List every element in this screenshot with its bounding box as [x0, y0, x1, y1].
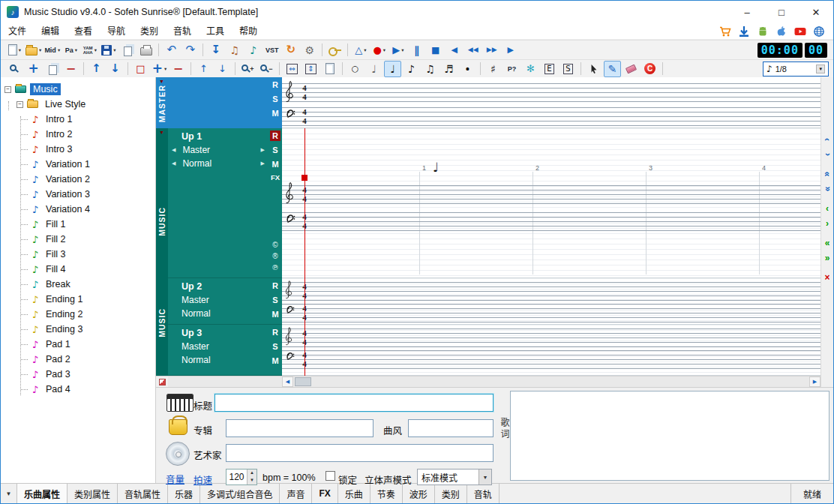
- tree-item-variation-1[interactable]: ♪Variation 1: [1, 157, 155, 172]
- tempo-spinner[interactable]: 120 ▲ ▼: [226, 469, 257, 485]
- rewind-button[interactable]: ◀◀: [464, 42, 482, 58]
- duration-beamed-button[interactable]: ♫: [422, 61, 439, 77]
- tab-category[interactable]: 类别: [435, 484, 467, 503]
- next-source-icon[interactable]: ▶: [261, 144, 265, 156]
- transpose-button[interactable]: △▾: [352, 42, 369, 58]
- tree-root-label[interactable]: Music: [30, 83, 61, 95]
- open-button[interactable]: ▾: [25, 42, 42, 58]
- dropdown-arrow-icon[interactable]: ▼: [478, 470, 491, 484]
- menu-help[interactable]: 帮助: [232, 23, 265, 40]
- scroll-down-button[interactable]: ‹: [822, 148, 833, 160]
- collapse-master-icon[interactable]: ▼: [159, 79, 164, 84]
- record-button[interactable]: R: [270, 280, 280, 291]
- tree-group-label[interactable]: Live Style: [42, 98, 88, 110]
- tree-item-fill-1[interactable]: ♪Fill 1: [1, 217, 155, 232]
- remove-category-button[interactable]: −: [170, 61, 187, 77]
- next-section-button[interactable]: ›: [822, 217, 833, 230]
- stereo-mode-select[interactable]: 标准模式 ▼: [417, 469, 492, 485]
- prev-item-button[interactable]: ↑: [195, 61, 212, 77]
- tempo-link[interactable]: 拍速: [194, 472, 212, 487]
- master-staff[interactable]: 44 44: [282, 77, 820, 128]
- duration-half-button[interactable]: ♩: [365, 61, 382, 77]
- quantize-button[interactable]: P?: [503, 61, 520, 77]
- source-selector[interactable]: ◀ Master ▶: [168, 144, 268, 156]
- scroll-left-button[interactable]: ◀: [282, 376, 293, 387]
- first-section-button[interactable]: «: [822, 236, 833, 249]
- duration-whole-button[interactable]: ○: [346, 61, 364, 77]
- master-record-button[interactable]: R: [270, 80, 280, 90]
- store-cart-icon[interactable]: [718, 25, 732, 38]
- genre-input[interactable]: [408, 419, 494, 437]
- mute-button[interactable]: M: [270, 309, 280, 320]
- solo-button[interactable]: S: [270, 295, 280, 305]
- step-forward-button[interactable]: ▶: [502, 42, 519, 58]
- tree-item-ending-1[interactable]: ♪Ending 1: [1, 292, 155, 307]
- download-icon[interactable]: [737, 25, 751, 38]
- fx-button[interactable]: FX: [271, 173, 280, 182]
- tab-track-props[interactable]: 音轨属性: [118, 484, 168, 503]
- menu-navigation[interactable]: 导航: [100, 23, 133, 40]
- instruments-button[interactable]: ♫: [226, 42, 243, 58]
- track-staff-up-1[interactable]: 1234 44 44 ♩: [282, 128, 820, 278]
- tree-item-ending-3[interactable]: ♪Ending 3: [1, 322, 155, 337]
- menu-view[interactable]: 查看: [67, 23, 100, 40]
- move-down-button[interactable]: ↓: [106, 61, 124, 77]
- duration-sixteenth-button[interactable]: ♬: [440, 61, 458, 77]
- track-staff-up-2[interactable]: 44 44: [282, 278, 820, 325]
- tree-item-fill-2[interactable]: ♪Fill 2: [1, 232, 155, 247]
- splitter-button[interactable]: [156, 376, 168, 387]
- apple-icon[interactable]: [775, 25, 788, 38]
- print-button[interactable]: [137, 42, 154, 58]
- maximize-button[interactable]: □: [764, 1, 799, 23]
- mode-selector[interactable]: ◀ Normal ▶: [168, 158, 268, 170]
- spin-down-icon[interactable]: ▼: [248, 477, 256, 484]
- close-view-button[interactable]: ×: [822, 271, 833, 284]
- freeze-button[interactable]: ✻: [522, 61, 539, 77]
- playhead-marker[interactable]: [302, 175, 308, 181]
- tree-item-pad-3[interactable]: ♪Pad 3: [1, 367, 155, 382]
- mute-button[interactable]: M: [270, 356, 280, 366]
- record-button[interactable]: R: [270, 130, 280, 141]
- sharp-button[interactable]: ♯: [484, 61, 502, 77]
- registered-icon[interactable]: ®: [272, 252, 278, 260]
- record-button[interactable]: R: [270, 327, 280, 338]
- tree-item-variation-2[interactable]: ♪Variation 2: [1, 172, 155, 187]
- page-up-button[interactable]: «: [822, 167, 833, 180]
- note-event[interactable]: ♩: [433, 160, 439, 175]
- track-header[interactable]: Up 2 Master Normal R S M: [168, 278, 282, 325]
- chord-tool-button[interactable]: C: [641, 61, 658, 77]
- add-category-button[interactable]: +▾: [151, 61, 168, 77]
- pause-button[interactable]: ∥: [408, 42, 425, 58]
- last-section-button[interactable]: »: [822, 251, 833, 264]
- zoom-in-button[interactable]: +: [239, 61, 256, 77]
- eraser-tool-button[interactable]: [622, 61, 640, 77]
- mode-value[interactable]: Normal: [168, 308, 268, 320]
- settings-button[interactable]: ⚙: [301, 42, 318, 58]
- spin-up-icon[interactable]: ▲: [248, 470, 256, 477]
- tree-item-break[interactable]: ♪Break: [1, 277, 155, 292]
- tab-category-props[interactable]: 类别属性: [68, 484, 118, 503]
- events-button[interactable]: E: [541, 61, 558, 77]
- tree-item-pad-2[interactable]: ♪Pad 2: [1, 352, 155, 367]
- close-button[interactable]: ✕: [799, 1, 833, 23]
- bucket-icon[interactable]: [169, 419, 188, 435]
- master-solo-button[interactable]: S: [270, 94, 280, 104]
- track-name[interactable]: Up 2: [168, 280, 268, 292]
- new-file-button[interactable]: ▾: [6, 42, 23, 58]
- tree-item-ending-2[interactable]: ♪Ending 2: [1, 307, 155, 322]
- track-header[interactable]: Up 1 ◀ Master ▶ ◀ Normal: [168, 128, 282, 278]
- mute-button[interactable]: M: [270, 159, 280, 170]
- lyrics-input[interactable]: [510, 391, 830, 481]
- android-icon[interactable]: [756, 25, 770, 38]
- menu-category[interactable]: 类别: [133, 23, 166, 40]
- master-header[interactable]: R S M: [168, 77, 282, 128]
- page-down-button[interactable]: «: [822, 182, 833, 195]
- pen-tool-button[interactable]: ✎: [604, 61, 621, 77]
- source-value[interactable]: Master: [168, 294, 268, 306]
- website-globe-icon[interactable]: [812, 25, 826, 38]
- tempo-value[interactable]: 120: [226, 470, 247, 484]
- tab-track[interactable]: 音轨: [467, 484, 500, 503]
- export-yamaha-button[interactable]: YAM AHA▾: [81, 42, 98, 58]
- tab-fx[interactable]: FX: [312, 484, 338, 503]
- tree-item-fill-3[interactable]: ♪Fill 3: [1, 247, 155, 262]
